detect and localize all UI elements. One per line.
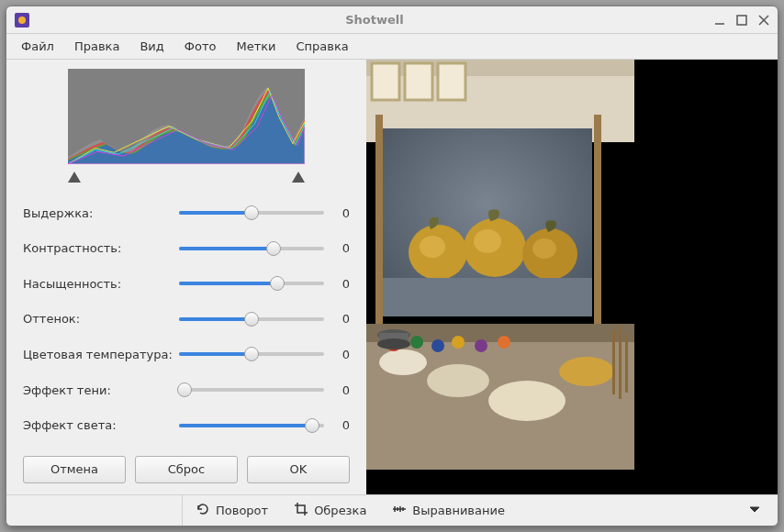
menu-file[interactable]: Файл bbox=[12, 36, 63, 57]
svg-point-26 bbox=[488, 381, 566, 421]
svg-rect-19 bbox=[383, 278, 592, 316]
svg-rect-39 bbox=[625, 333, 628, 393]
histogram-black-point-handle[interactable] bbox=[68, 172, 81, 183]
menu-help[interactable]: Справка bbox=[287, 36, 358, 57]
tool-label: Поворот bbox=[216, 504, 268, 517]
minimize-button[interactable] bbox=[713, 14, 726, 27]
slider-thumb[interactable] bbox=[266, 241, 281, 256]
slider-value: 0 bbox=[331, 277, 350, 291]
content-area: Выдержка: 0 Контрастность: 0 Насыщен bbox=[6, 60, 778, 494]
reset-button[interactable]: Сброс bbox=[135, 456, 238, 483]
crop-icon bbox=[294, 502, 308, 519]
ok-button[interactable]: OK bbox=[247, 456, 350, 483]
slider-value: 0 bbox=[331, 383, 350, 397]
cancel-button[interactable]: Отмена bbox=[23, 456, 126, 483]
svg-point-25 bbox=[427, 364, 489, 397]
slider-value: 0 bbox=[331, 418, 350, 432]
bottom-left-pad bbox=[14, 495, 183, 526]
svg-rect-20 bbox=[375, 115, 383, 335]
menu-edit[interactable]: Правка bbox=[65, 36, 129, 57]
slider-track[interactable] bbox=[179, 275, 324, 292]
slider-label: Эффект света: bbox=[23, 418, 179, 432]
slider-label: Насыщенность: bbox=[23, 277, 179, 291]
svg-point-31 bbox=[452, 336, 465, 349]
svg-rect-3 bbox=[737, 16, 746, 25]
slider-label: Выдержка: bbox=[23, 206, 179, 220]
slider-value: 0 bbox=[331, 348, 350, 361]
window-controls bbox=[713, 14, 770, 27]
slider-thumb[interactable] bbox=[177, 382, 192, 397]
svg-point-1 bbox=[18, 17, 26, 24]
slider-track[interactable] bbox=[179, 311, 324, 327]
histogram-handles bbox=[68, 172, 305, 183]
slider-temperature: Цветовая температура: 0 bbox=[23, 338, 350, 371]
svg-rect-37 bbox=[612, 330, 615, 394]
rotate-icon bbox=[196, 502, 210, 519]
slider-tint: Оттенок: 0 bbox=[23, 304, 350, 336]
tool-rotate[interactable]: Поворот bbox=[183, 495, 281, 526]
svg-point-36 bbox=[377, 338, 410, 349]
menu-tags[interactable]: Метки bbox=[227, 36, 285, 57]
svg-point-14 bbox=[420, 236, 445, 258]
svg-point-27 bbox=[559, 357, 614, 386]
slider-label: Контрастность: bbox=[23, 241, 179, 255]
histogram-white-point-handle[interactable] bbox=[292, 172, 305, 183]
tool-crop[interactable]: Обрезка bbox=[281, 495, 379, 526]
adjustments-panel: Выдержка: 0 Контрастность: 0 Насыщен bbox=[6, 60, 366, 494]
svg-point-24 bbox=[379, 349, 427, 375]
tool-label: Выравнивание bbox=[412, 504, 505, 517]
window-title: Shotwell bbox=[36, 13, 713, 27]
histogram bbox=[68, 69, 305, 164]
bottom-toolbar: Поворот Обрезка Выравнивание bbox=[6, 494, 778, 526]
svg-rect-21 bbox=[594, 115, 601, 335]
slider-thumb[interactable] bbox=[270, 276, 285, 291]
svg-marker-45 bbox=[750, 507, 759, 512]
image-preview-area bbox=[366, 60, 778, 494]
titlebar: Shotwell bbox=[6, 6, 778, 34]
slider-track[interactable] bbox=[179, 417, 324, 434]
slider-highlights: Эффект света: 0 bbox=[23, 409, 350, 441]
photo-preview[interactable] bbox=[366, 60, 634, 494]
maximize-button[interactable] bbox=[735, 14, 748, 27]
svg-rect-10 bbox=[438, 63, 465, 100]
svg-point-32 bbox=[475, 339, 487, 352]
menubar: Файл Правка Вид Фото Метки Справка bbox=[6, 34, 778, 60]
svg-point-33 bbox=[498, 336, 510, 349]
app-icon bbox=[14, 12, 30, 28]
dialog-buttons: Отмена Сброс OK bbox=[23, 456, 350, 483]
svg-rect-38 bbox=[619, 326, 622, 399]
slider-label: Оттенок: bbox=[23, 312, 179, 326]
slider-shadows: Эффект тени: 0 bbox=[23, 374, 350, 406]
svg-rect-8 bbox=[372, 63, 399, 100]
app-window: Shotwell Файл Правка Вид Фото Метки Спра… bbox=[6, 6, 778, 526]
svg-point-29 bbox=[410, 336, 423, 349]
slider-thumb[interactable] bbox=[244, 205, 259, 220]
slider-saturation: Насыщенность: 0 bbox=[23, 268, 350, 300]
slider-value: 0 bbox=[331, 206, 350, 220]
toolbar-overflow[interactable] bbox=[739, 503, 770, 518]
svg-rect-9 bbox=[405, 63, 432, 100]
slider-value: 0 bbox=[331, 241, 350, 255]
slider-label: Цветовая температура: bbox=[23, 348, 179, 361]
slider-label: Эффект тени: bbox=[23, 383, 179, 397]
svg-point-18 bbox=[532, 238, 556, 259]
slider-track[interactable] bbox=[179, 382, 324, 398]
slider-thumb[interactable] bbox=[244, 312, 259, 327]
close-button[interactable] bbox=[757, 14, 770, 27]
tool-label: Обрезка bbox=[314, 504, 366, 517]
menu-view[interactable]: Вид bbox=[130, 36, 173, 57]
slider-track[interactable] bbox=[179, 240, 324, 257]
svg-point-30 bbox=[431, 339, 444, 352]
slider-track[interactable] bbox=[179, 205, 324, 221]
svg-point-16 bbox=[474, 229, 501, 253]
slider-value: 0 bbox=[331, 312, 350, 326]
tool-straighten[interactable]: Выравнивание bbox=[379, 495, 518, 526]
slider-exposure: Выдержка: 0 bbox=[23, 197, 350, 229]
straighten-icon bbox=[392, 502, 407, 519]
slider-track[interactable] bbox=[179, 346, 324, 362]
slider-thumb[interactable] bbox=[244, 347, 259, 361]
slider-thumb[interactable] bbox=[305, 418, 319, 433]
menu-photo[interactable]: Фото bbox=[175, 36, 226, 57]
slider-contrast: Контрастность: 0 bbox=[23, 232, 350, 264]
